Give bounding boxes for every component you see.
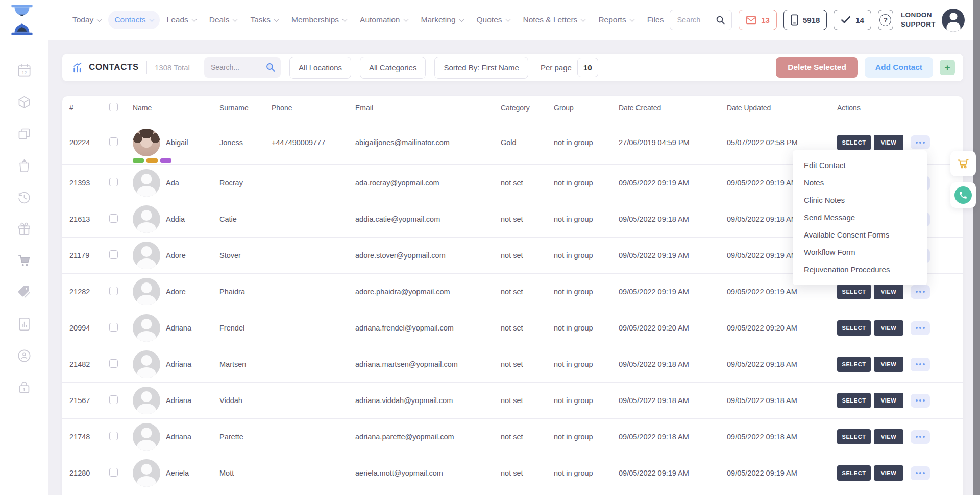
divider <box>146 61 147 74</box>
vertical-scrollbar[interactable] <box>973 0 980 495</box>
menu-rejuvenation-procedures[interactable]: Rejuvenation Procedures <box>793 261 927 278</box>
chevron-down-icon <box>342 17 348 22</box>
row-checkbox[interactable] <box>109 395 118 404</box>
gift-icon[interactable] <box>17 222 32 237</box>
calls-badge[interactable]: 5918 <box>783 10 827 30</box>
per-page-select[interactable]: 10 <box>577 58 598 77</box>
report-icon[interactable] <box>17 317 32 332</box>
select-button[interactable]: SELECT <box>837 429 871 444</box>
row-checkbox[interactable] <box>109 178 118 186</box>
contact-first-name: Adore <box>166 288 186 296</box>
row-checkbox[interactable] <box>109 359 118 368</box>
view-button[interactable]: VIEW <box>874 429 903 444</box>
search-icon[interactable] <box>709 10 731 30</box>
row-checkbox[interactable] <box>109 432 118 440</box>
nav-automation[interactable]: Automation <box>354 11 413 29</box>
view-button[interactable]: VIEW <box>874 320 903 336</box>
nav-leads[interactable]: Leads <box>161 11 202 29</box>
table-row: 21482 Adriana Martsen adriana.martsen@yo… <box>62 346 963 383</box>
history-icon[interactable] <box>17 190 32 205</box>
select-button[interactable]: SELECT <box>837 320 871 336</box>
view-button[interactable]: VIEW <box>874 465 903 481</box>
select-button[interactable]: SELECT <box>837 284 871 299</box>
view-button[interactable]: VIEW <box>874 393 903 408</box>
quick-add-icon[interactable]: + <box>940 60 955 75</box>
menu-workflow-form[interactable]: Workflow Form <box>793 244 927 261</box>
nav-label: Marketing <box>421 15 456 25</box>
cart-icon[interactable] <box>17 253 32 268</box>
nav-label: Deals <box>209 15 230 25</box>
row-checkbox[interactable] <box>109 287 118 295</box>
contact-surname: Joness <box>219 138 272 147</box>
delete-selected-button[interactable]: Delete Selected <box>776 57 858 78</box>
nav-marketing[interactable]: Marketing <box>415 11 470 29</box>
user-avatar[interactable] <box>942 9 965 32</box>
row-checkbox[interactable] <box>109 468 118 477</box>
row-checkbox[interactable] <box>109 250 118 259</box>
row-checkbox[interactable] <box>109 323 118 332</box>
tasks-badge[interactable]: 14 <box>834 10 871 30</box>
nav-reports[interactable]: Reports <box>592 11 640 29</box>
contact-date-created: 09/05/2022 09:19 AM <box>619 179 727 187</box>
row-menu-button[interactable] <box>911 358 930 371</box>
categories-filter[interactable]: All Categories <box>360 57 426 79</box>
contact-email: ada.rocray@yopmail.com <box>355 179 501 187</box>
view-button[interactable]: VIEW <box>874 135 903 150</box>
row-checkbox[interactable] <box>109 137 118 146</box>
nav-files[interactable]: Files <box>641 11 670 29</box>
row-menu-button[interactable] <box>911 135 930 149</box>
menu-consent-forms[interactable]: Available Consent Forms <box>793 226 927 244</box>
calendar-icon[interactable]: 12 <box>17 63 32 78</box>
nav-contacts[interactable]: Contacts <box>108 11 159 29</box>
row-menu-button[interactable] <box>911 285 930 299</box>
contact-category: not set <box>501 433 554 441</box>
nav-today[interactable]: Today <box>66 11 107 29</box>
menu-notes[interactable]: Notes <box>793 174 927 192</box>
row-menu-button[interactable] <box>911 430 930 444</box>
nav-notes-letters[interactable]: Notes & Letters <box>517 11 592 29</box>
messages-badge[interactable]: 13 <box>739 10 777 30</box>
global-search-input[interactable] <box>670 16 709 24</box>
row-checkbox[interactable] <box>109 214 118 223</box>
select-button[interactable]: SELECT <box>837 135 871 150</box>
contact-email: addia.catie@yopmail.com <box>355 215 501 223</box>
lock-icon[interactable] <box>17 380 32 395</box>
nav-quotes[interactable]: Quotes <box>471 11 516 29</box>
select-all-checkbox[interactable] <box>109 103 118 111</box>
nav-memberships[interactable]: Memberships <box>285 11 353 29</box>
table-header: # Name Surname Phone Email Category Grou… <box>62 96 963 120</box>
view-button[interactable]: VIEW <box>874 357 903 372</box>
locations-filter[interactable]: All Locations <box>289 57 351 79</box>
copy-icon[interactable] <box>17 127 32 142</box>
nav-label: Today <box>72 15 93 25</box>
tag-icon[interactable] <box>17 285 32 300</box>
contacts-search-input[interactable] <box>211 63 265 72</box>
help-button[interactable]: ? <box>878 10 893 30</box>
menu-send-message[interactable]: Send Message <box>793 209 927 226</box>
package-icon[interactable] <box>17 95 32 110</box>
contact-email: adriana.parette@yopmail.com <box>355 433 501 441</box>
contact-id: 21567 <box>69 396 109 405</box>
row-menu-button[interactable] <box>911 394 930 408</box>
view-button[interactable]: VIEW <box>874 284 903 299</box>
menu-edit-contact[interactable]: Edit Contact <box>793 157 927 174</box>
menu-clinic-notes[interactable]: Clinic Notes <box>793 192 927 209</box>
row-menu-button[interactable] <box>911 466 930 480</box>
shopping-bag-icon[interactable] <box>17 158 32 173</box>
select-button[interactable]: SELECT <box>837 465 871 481</box>
contact-first-name: Addia <box>166 215 185 223</box>
select-button[interactable]: SELECT <box>837 393 871 408</box>
support-icon[interactable] <box>17 348 32 363</box>
nav-tasks[interactable]: Tasks <box>244 11 284 29</box>
cart-button[interactable] <box>950 151 976 176</box>
contact-date-updated: 09/05/2022 09:19 AM <box>727 469 837 477</box>
add-contact-button[interactable]: Add Contact <box>865 57 933 78</box>
select-button[interactable]: SELECT <box>837 357 871 372</box>
call-button[interactable] <box>950 182 976 208</box>
row-menu-button[interactable] <box>911 321 930 335</box>
question-icon: ? <box>879 14 891 26</box>
contact-id: 20994 <box>69 324 109 332</box>
sort-filter[interactable]: Sorted By: First Name <box>434 57 528 79</box>
nav-deals[interactable]: Deals <box>203 11 243 29</box>
search-icon[interactable] <box>265 62 276 73</box>
